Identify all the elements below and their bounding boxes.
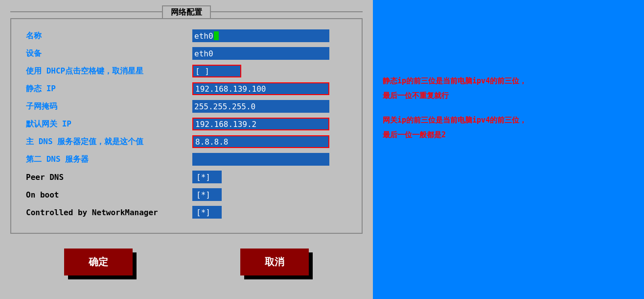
label-device: 设备 (26, 49, 192, 59)
field-on-boot: On boot [*] (26, 188, 347, 201)
field-subnet: 子网掩码 255.255.255.0 (26, 100, 347, 113)
field-nm: Controlled by NetworkManager [*] (26, 205, 347, 219)
value-dhcp[interactable]: [ ] (192, 65, 241, 77)
cancel-button[interactable]: 取消 (240, 249, 309, 275)
label-name: 名称 (26, 31, 192, 41)
label-on-boot: On boot (26, 190, 192, 199)
annotation-gateway-ip: 网关ip的前三位是当前电脑ipv4的前三位， 最后一位一般都是2 (383, 113, 634, 142)
left-panel: 网络配置 名称 eth0 设备 eth0 使用 DHCP点击空格键，取消星星 [… (0, 0, 373, 299)
field-peer-dns: Peer DNS [*] (26, 170, 347, 184)
label-static-ip: 静态 IP (26, 84, 192, 94)
annotation-static-ip: 静态ip的前三位是当前电脑ipv4的前三位， 最后一位不重复就行 (383, 74, 634, 103)
label-dns1: 主 DNS 服务器定值，就是这个值 (26, 137, 192, 147)
label-dns2: 第二 DNS 服务器 (26, 154, 192, 165)
field-dns1: 主 DNS 服务器定值，就是这个值 8.8.8.8 (26, 135, 347, 149)
label-peer-dns: Peer DNS (26, 173, 192, 182)
confirm-button-wrapper: 确定 (64, 249, 133, 275)
value-dns1[interactable]: 8.8.8.8 (192, 135, 329, 148)
buttons-area: 确定 取消 (10, 249, 363, 275)
value-static-ip[interactable]: 192.168.139.100 (192, 82, 329, 95)
value-subnet[interactable]: 255.255.255.0 (192, 100, 329, 113)
value-nm[interactable]: [*] (192, 206, 222, 219)
confirm-button[interactable]: 确定 (64, 249, 133, 275)
label-subnet: 子网掩码 (26, 101, 192, 112)
value-on-boot[interactable]: [*] (192, 188, 222, 201)
title-box: 网络配置 (162, 5, 211, 19)
form-container: 名称 eth0 设备 eth0 使用 DHCP点击空格键，取消星星 [ ] 静态… (10, 18, 363, 234)
dialog-title: 网络配置 (171, 7, 202, 17)
value-gateway[interactable]: 192.168.139.2 (192, 118, 329, 130)
right-panel: 静态ip的前三位是当前电脑ipv4的前三位， 最后一位不重复就行 网关ip的前三… (373, 0, 644, 299)
value-device[interactable]: eth0 (192, 47, 329, 60)
field-device: 设备 eth0 (26, 47, 347, 60)
value-name[interactable]: eth0 (192, 29, 329, 42)
label-nm: Controlled by NetworkManager (26, 208, 192, 217)
value-peer-dns[interactable]: [*] (192, 171, 222, 183)
field-dhcp: 使用 DHCP点击空格键，取消星星 [ ] (26, 64, 347, 78)
label-dhcp: 使用 DHCP点击空格键，取消星星 (26, 66, 192, 76)
field-gateway: 默认网关 IP 192.168.139.2 (26, 117, 347, 131)
field-dns2: 第二 DNS 服务器 (26, 152, 347, 166)
field-name: 名称 eth0 (26, 29, 347, 43)
cancel-button-wrapper: 取消 (240, 249, 309, 275)
value-dns2[interactable] (192, 153, 329, 166)
field-static-ip: 静态 IP 192.168.139.100 (26, 82, 347, 96)
label-gateway: 默认网关 IP (26, 119, 192, 129)
